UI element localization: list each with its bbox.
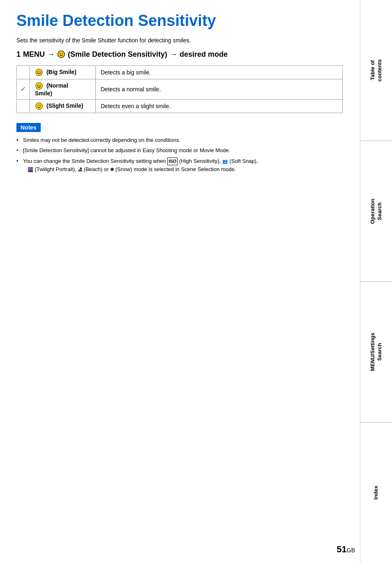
option-name-cell: (Big Smile) (30, 65, 96, 79)
notes-list: Smiles may not be detected correctly dep… (16, 136, 343, 173)
twilight-icon: 🌆 (28, 166, 33, 173)
note-item: Smiles may not be detected correctly dep… (16, 136, 343, 144)
sidebar-label-toc: Table ofcontents (369, 59, 383, 81)
options-table: (Big Smile) Detects a big smile. ✓ (Norm… (16, 65, 343, 113)
option-desc: Detects a big smile. (96, 65, 343, 79)
slight-smile-icon (35, 102, 43, 110)
svg-point-6 (36, 82, 43, 89)
main-content: Smile Detection Sensitivity Sets the sen… (0, 0, 359, 192)
svg-point-0 (58, 51, 65, 58)
selected-cell (17, 99, 30, 113)
sidebar-item-toc[interactable]: Table ofcontents (360, 0, 392, 141)
page-title: Smile Detection Sensitivity (16, 12, 343, 30)
sidebar-label-operation: OperationSearch (369, 199, 383, 224)
svg-point-2 (62, 53, 63, 54)
smile-detection-icon (57, 50, 65, 58)
notes-header: Notes (16, 123, 41, 132)
table-row: (Big Smile) Detects a big smile. (17, 65, 343, 79)
normal-smile-icon (35, 82, 43, 90)
intro-text: Sets the sensitivity of the Smile Shutte… (16, 37, 343, 44)
svg-point-9 (36, 102, 43, 109)
svg-point-11 (40, 105, 41, 106)
instruction-end: desired mode (180, 50, 228, 59)
snow-icon: ❄ (110, 166, 114, 173)
svg-point-3 (36, 69, 43, 76)
svg-point-7 (38, 85, 39, 86)
arrow-icon-2: → (170, 50, 177, 59)
sidebar-item-index[interactable]: Index (360, 423, 392, 563)
option-desc: Detects even a slight smile. (96, 99, 343, 113)
selected-cell (17, 65, 30, 79)
page-number: 51GB (337, 544, 355, 555)
checkmark-icon: ✓ (21, 86, 26, 93)
menu-instruction: 1 MENU → (Smile Detection Sensitivity) →… (16, 50, 343, 59)
instruction-middle: (Smile Detection Sensitivity) (68, 50, 167, 59)
selected-cell: ✓ (17, 79, 30, 99)
sidebar-label-index: Index (373, 486, 380, 500)
notes-section: Notes Smiles may not be detected correct… (16, 123, 343, 173)
svg-point-1 (60, 53, 61, 54)
sidebar-item-menu[interactable]: MENU/SettingsSearch (360, 282, 392, 423)
option-name: (Slight Smile) (46, 102, 83, 109)
svg-point-10 (38, 105, 39, 106)
menu-label: MENU (23, 50, 45, 59)
sidebar-item-operation[interactable]: OperationSearch (360, 141, 392, 282)
option-name-cell: (Slight Smile) (30, 99, 96, 113)
sidebar-label-menu: MENU/SettingsSearch (369, 333, 383, 371)
page-number-value: 51 (337, 544, 346, 554)
option-name: (Big Smile) (46, 69, 76, 75)
table-row: (Slight Smile) Detects even a slight smi… (17, 99, 343, 113)
option-name-cell: (NormalSmile) (30, 79, 96, 99)
sidebar: Table ofcontents OperationSearch MENU/Se… (360, 0, 392, 563)
iso-icon: ISO (167, 158, 178, 165)
svg-point-4 (38, 71, 39, 72)
table-row: ✓ (NormalSmile) Detects a normal smile. (17, 79, 343, 99)
step-number: 1 (16, 50, 21, 59)
big-smile-icon (35, 68, 43, 76)
note-item: [Smile Detection Sensitivity] cannot be … (16, 146, 343, 155)
soft-snap-icon: 👥 (222, 158, 228, 165)
svg-point-5 (40, 71, 41, 72)
option-desc: Detects a normal smile. (96, 79, 343, 99)
svg-point-8 (40, 85, 41, 86)
page-number-suffix: GB (347, 547, 355, 554)
arrow-icon-1: → (47, 50, 55, 59)
note-item: You can change the Smile Detection Sensi… (16, 157, 343, 173)
beach-icon: 🏖 (78, 166, 82, 173)
